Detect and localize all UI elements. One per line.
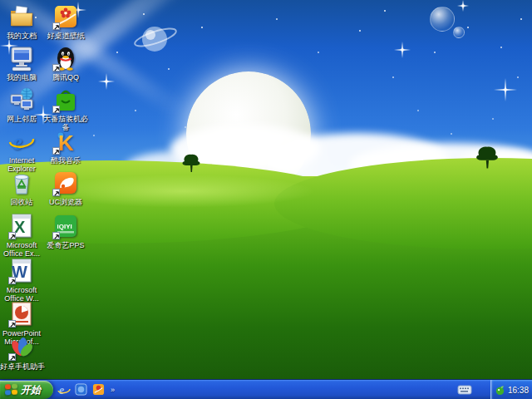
network-places-icon (8, 86, 35, 113)
uc-browser-icon (52, 170, 79, 196)
shortcut-arrow-icon (52, 147, 60, 155)
icon-label: 我的文档 (0, 32, 43, 40)
wallpaper-app-icon (52, 3, 79, 30)
icon-label: 好卓手机助手 (0, 362, 43, 371)
icon-label: 网上邻居 (0, 115, 43, 123)
recycle-bin-icon (8, 170, 35, 196)
star-field (0, 0, 2, 2)
excel-icon: X (8, 213, 35, 239)
icon-label: 我的电脑 (0, 73, 43, 81)
qq-penguin-icon (52, 45, 79, 71)
desktop-icon-phone-assistant[interactable]: 好卓手机助手 (0, 334, 43, 371)
icon-label: 好桌道壁纸 (42, 32, 89, 40)
my-documents-icon (8, 3, 35, 30)
phone-assistant-icon (8, 334, 35, 361)
icon-label: 酷我音乐 (42, 156, 89, 165)
quick-launch-bar: e » (57, 382, 115, 397)
desktop-icon-uc-browser[interactable]: UC浏览器 (42, 170, 89, 206)
word-icon: W (8, 258, 35, 284)
shortcut-arrow-icon (52, 189, 60, 196)
language-keyboard-icon[interactable] (457, 383, 472, 396)
shortcut-arrow-icon (8, 353, 16, 361)
internet-explorer-icon: e (8, 128, 35, 155)
grass-highlight (50, 175, 316, 208)
icon-label: 爱奇艺PPS (42, 241, 89, 249)
powerpoint-icon (8, 301, 35, 328)
start-button[interactable]: 开始 (0, 381, 53, 399)
desktop-icon-network-places[interactable]: 网上邻居 (0, 86, 43, 123)
shortcut-arrow-icon (8, 232, 16, 239)
sparkle (494, 78, 517, 101)
desktop-icon-tomato-app[interactable]: 大番茄装机必备 (42, 86, 89, 131)
shortcut-arrow-icon (52, 106, 60, 113)
system-tray: 16:38 (490, 380, 532, 399)
desktop: 我的文档 我的电脑 (0, 0, 532, 399)
quick-launch-overflow-chevron[interactable]: » (111, 386, 115, 394)
icon-label: Microsoft Office Ex... (0, 241, 43, 258)
desktop-icon-word[interactable]: W Microsoft Office W... (0, 258, 43, 303)
shortcut-arrow-icon (8, 320, 16, 328)
shortcut-arrow-icon (8, 277, 16, 284)
quick-launch-media-app-icon[interactable] (74, 382, 88, 397)
desktop-icon-internet-explorer[interactable]: e Internet Explorer (0, 128, 43, 173)
taskbar: 开始 e » (0, 379, 532, 399)
icon-label: Microsoft Office W... (0, 286, 43, 303)
bubble-planet (430, 7, 455, 32)
sparkle (457, 0, 469, 12)
start-button-label: 开始 (21, 383, 41, 397)
svg-text:e: e (12, 130, 22, 155)
sparkle (394, 42, 411, 58)
svg-text:e: e (59, 384, 64, 397)
tray-app-icon[interactable] (495, 385, 505, 396)
icon-label: UC浏览器 (42, 198, 89, 206)
desktop-icon-kuwo-music[interactable]: K 酷我音乐 (42, 128, 89, 165)
taskbar-clock[interactable]: 16:38 (508, 386, 529, 395)
my-computer-icon (8, 45, 35, 71)
shortcut-arrow-icon (52, 64, 60, 71)
bubble-planet (453, 27, 465, 38)
icon-label: 腾讯QQ (42, 73, 89, 81)
kuwo-music-icon: K (52, 128, 79, 155)
desktop-icon-qq[interactable]: 腾讯QQ (42, 45, 89, 81)
desktop-icon-my-documents[interactable]: 我的文档 (0, 3, 43, 40)
shortcut-arrow-icon (52, 232, 60, 239)
desktop-icon-recycle-bin[interactable]: 回收站 (0, 170, 43, 206)
shortcut-arrow-icon (52, 22, 60, 30)
iqiyi-pps-icon: iQIYI (52, 213, 79, 239)
desktop-icon-wallpaper-app[interactable]: 好桌道壁纸 (42, 3, 89, 40)
desktop-icon-iqiyi-pps[interactable]: iQIYI 爱奇艺PPS (42, 213, 89, 249)
svg-text:iQIYI: iQIYI (57, 223, 72, 230)
tomato-bag-icon (52, 86, 79, 113)
windows-logo-icon (5, 383, 17, 396)
icon-label: 回收站 (0, 198, 43, 206)
tree-silhouette (474, 145, 500, 173)
desktop-icon-excel[interactable]: X Microsoft Office Ex... (0, 213, 43, 258)
desktop-icon-my-computer[interactable]: 我的电脑 (0, 45, 43, 81)
sparkle (98, 73, 115, 90)
tree-silhouette (180, 153, 202, 176)
quick-launch-wallpaper-app-icon[interactable] (91, 382, 106, 397)
quick-launch-ie-icon[interactable]: e (57, 382, 71, 397)
saturn-planet (133, 20, 181, 58)
